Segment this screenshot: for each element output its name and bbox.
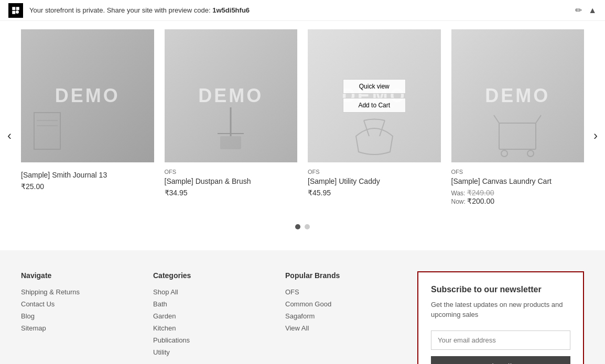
top-bar-message: Your storefront is private. Share your s… [29, 6, 250, 14]
top-bar: Your storefront is private. Share your s… [0, 0, 605, 21]
footer-brands: Popular Brands OFS Common Good Sagaform … [285, 271, 396, 365]
product-name: [Sample] Dustpan & Brush [165, 177, 298, 185]
quick-view-button[interactable]: Quick view [343, 79, 406, 94]
svg-line-12 [536, 115, 541, 123]
product-carousel: ‹ DEMO [Sample] Smith [0, 21, 605, 250]
footer-link-utility[interactable]: Utility [153, 348, 264, 356]
product-image: DEMO [451, 29, 585, 162]
product-brand: OFS [308, 169, 441, 175]
newsletter-description: Get the latest updates on new products a… [431, 300, 570, 320]
footer-navigate-title: Navigate [21, 271, 132, 280]
product-card: DEMO OFS [Sample] Canvas Laundry Cart [451, 29, 585, 205]
pagination-dot-2[interactable] [305, 224, 310, 229]
svg-line-6 [364, 120, 369, 136]
footer-link-common-good[interactable]: Common Good [285, 300, 396, 308]
footer: Navigate Shipping & Returns Contact Us B… [0, 250, 605, 365]
product-card: DEMO Quick view Add to Cart [308, 29, 441, 205]
carousel-prev-button[interactable]: ‹ [0, 126, 19, 145]
svg-rect-8 [499, 123, 536, 149]
footer-categories: Categories Shop All Bath Garden Kitchen … [153, 271, 264, 365]
product-image-wrapper: DEMO [451, 29, 585, 162]
carousel-next-button[interactable]: › [586, 126, 605, 145]
product-image-wrapper: DEMO [21, 29, 154, 162]
pagination-dot-1[interactable] [295, 224, 300, 229]
footer-brands-title: Popular Brands [285, 271, 396, 280]
product-price: ₹25.00 [21, 182, 154, 191]
main-content: ‹ DEMO [Sample] Smith [0, 21, 605, 364]
svg-point-9 [501, 150, 507, 157]
product-name: [Sample] Smith Journal 13 [21, 171, 154, 179]
footer-link-blog[interactable]: Blog [21, 312, 132, 320]
newsletter-email-input[interactable] [431, 330, 570, 350]
newsletter-title: Subscribe to our newsletter [431, 285, 570, 294]
product-price: ₹34.95 [165, 189, 298, 197]
newsletter-box: Subscribe to our newsletter Get the late… [417, 271, 584, 365]
svg-line-11 [494, 115, 499, 123]
product-brand: OFS [165, 169, 298, 175]
svg-point-10 [527, 150, 534, 157]
svg-line-7 [380, 120, 385, 136]
product-card: DEMO [Sample] Smith Journal 13 ₹25.00 [21, 29, 154, 205]
add-to-cart-button[interactable]: Add to Cart [343, 98, 406, 113]
newsletter-subscribe-button[interactable]: Subscribe [431, 356, 570, 365]
product-brand: OFS [451, 169, 585, 175]
footer-link-view-all[interactable]: View All [285, 324, 396, 332]
product-card: DEMO OFS [Sample] Dustpan & Brush ₹34.95 [165, 29, 298, 205]
price-now: ₹200.00 [467, 197, 494, 205]
pagination-dots [21, 214, 584, 250]
footer-link-sagaform[interactable]: Sagaform [285, 312, 396, 320]
product-price: ₹45.95 [308, 189, 441, 197]
collapse-icon[interactable]: ▲ [588, 6, 597, 15]
footer-link-shipping[interactable]: Shipping & Returns [21, 288, 132, 296]
footer-link-shop-all[interactable]: Shop All [153, 288, 264, 296]
product-name: [Sample] Utility Caddy [308, 177, 441, 185]
footer-link-contact[interactable]: Contact Us [21, 300, 132, 308]
footer-grid: Navigate Shipping & Returns Contact Us B… [21, 271, 584, 365]
top-bar-icons: ✏ ▲ [575, 5, 597, 15]
footer-link-garden[interactable]: Garden [153, 312, 264, 320]
preview-code: 1w5di5hfu6 [212, 6, 250, 14]
product-image-wrapper: DEMO Quick view Add to Cart [308, 29, 441, 162]
footer-link-ofs[interactable]: OFS [285, 288, 396, 296]
footer-link-kitchen[interactable]: Kitchen [153, 324, 264, 332]
footer-newsletter: Subscribe to our newsletter Get the late… [417, 271, 584, 365]
footer-link-sitemap[interactable]: Sitemap [21, 324, 132, 332]
products-row: DEMO [Sample] Smith Journal 13 ₹25.00 [21, 21, 584, 214]
product-name: [Sample] Canvas Laundry Cart [451, 177, 585, 185]
svg-rect-0 [34, 113, 60, 149]
product-price: Was: ₹249.00 Now: ₹200.00 [451, 189, 585, 205]
bigcommerce-logo [8, 3, 23, 18]
product-image: DEMO Quick view Add to Cart [308, 29, 441, 162]
product-image-wrapper: DEMO [165, 29, 298, 162]
product-quick-actions: Quick view Add to Cart [343, 79, 406, 113]
footer-link-publications[interactable]: Publications [153, 336, 264, 344]
top-bar-left: Your storefront is private. Share your s… [8, 3, 250, 18]
svg-rect-4 [220, 136, 241, 149]
edit-icon[interactable]: ✏ [575, 5, 582, 15]
footer-navigate: Navigate Shipping & Returns Contact Us B… [21, 271, 132, 365]
product-image: DEMO [165, 29, 298, 162]
product-image: DEMO [21, 29, 154, 162]
footer-categories-title: Categories [153, 271, 264, 280]
footer-link-bath[interactable]: Bath [153, 300, 264, 308]
price-was: ₹249.00 [467, 189, 494, 197]
